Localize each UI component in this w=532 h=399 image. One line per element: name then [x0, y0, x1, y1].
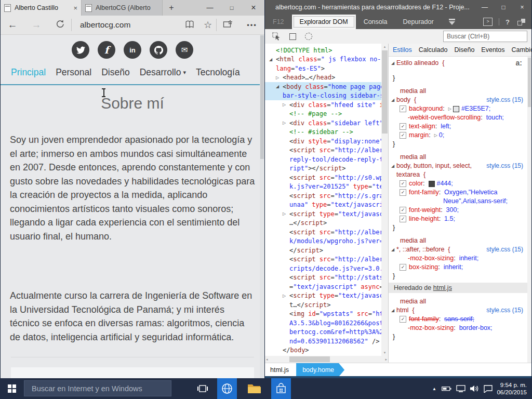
css-rule-selector[interactable]: ◢*, ::after, ::before {style.css (15): [389, 245, 531, 254]
dom-tree-line[interactable]: <script src="http://alber: [265, 228, 381, 237]
expanded-arrow-icon[interactable]: ◢: [391, 59, 396, 68]
dom-tree-line[interactable]: A3.5.3&blog=80162266&post: [265, 318, 381, 328]
forward-icon[interactable]: →: [24, 19, 48, 31]
css-property[interactable]: ✓font-family: Oxygen,"Helvetica: [389, 188, 531, 197]
property-checkbox[interactable]: ✓: [400, 216, 406, 222]
breadcrumb-item-html-js[interactable]: html.js: [265, 363, 294, 377]
property-checkbox[interactable]: ✓: [400, 105, 406, 112]
favorite-star-icon[interactable]: ☆: [200, 19, 216, 31]
linkedin-icon[interactable]: in: [124, 41, 141, 59]
task-view-button[interactable]: [193, 378, 212, 399]
dom-tree-line[interactable]: <div style="display:none": [265, 137, 381, 146]
github-icon[interactable]: [150, 41, 167, 59]
scroll-up-arrow[interactable]: ▴: [381, 44, 388, 50]
dom-tree-line[interactable]: nd=0.653901132068562" />: [265, 337, 381, 346]
stylesheet-link[interactable]: style.css (15): [486, 96, 523, 104]
network-icon[interactable]: [454, 378, 468, 399]
devtools-tab-consola[interactable]: Consola: [356, 15, 395, 29]
dom-tree-line[interactable]: ="text/javascript" async=: [265, 282, 381, 291]
dom-tree-line[interactable]: <!DOCTYPE html>: [265, 46, 381, 55]
styles-tab-cambios[interactable]: Cambios: [512, 46, 531, 54]
dom-tree-line[interactable]: <script src="http://alber: [265, 255, 381, 264]
styles-tab-estilos[interactable]: Estilos: [393, 46, 412, 54]
reading-view-icon[interactable]: [180, 19, 200, 31]
expanded-arrow-icon[interactable]: ◢: [391, 306, 396, 315]
devtools-tab-f12[interactable]: F12: [265, 15, 292, 29]
taskbar-search[interactable]: [24, 380, 171, 396]
dom-tree-line[interactable]: unaa" type="text/javascri: [265, 201, 381, 210]
css-property[interactable]: ✓font-family: sans-serif;: [389, 315, 531, 324]
collapsed-arrow-icon[interactable]: ▷: [283, 211, 289, 216]
dom-tree-line[interactable]: bertocg.com&ref=http%3A%2: [265, 328, 381, 337]
dom-tree-line[interactable]: ▷<script type="text/javasc: [265, 209, 381, 219]
scrollbar-thumb[interactable]: [289, 356, 330, 362]
dom-tree-line[interactable]: ◢<html class=" js flexbox no-t: [265, 55, 381, 64]
devtools-search-input[interactable]: [443, 31, 527, 42]
styles-tab-disen-o[interactable]: Diseño: [454, 46, 474, 54]
css-property[interactable]: ✓color: #444;: [389, 179, 531, 188]
expanded-arrow-icon[interactable]: ◢: [269, 57, 276, 62]
dom-tree-line[interactable]: k.js?ver=201525" type="te: [265, 182, 381, 192]
new-tab-button[interactable]: +: [163, 0, 180, 16]
expand-value-icon[interactable]: ▷: [434, 131, 437, 140]
dom-tree-line[interactable]: ▷<div class="sidebar left": [265, 118, 381, 128]
dom-tree-line[interactable]: <script src="http://s.gra: [265, 191, 381, 201]
dom-tree-line[interactable]: ript"></script>: [265, 164, 381, 174]
page-scrollbar[interactable]: [260, 35, 264, 378]
property-checkbox[interactable]: ✓: [400, 180, 406, 187]
dom-tree-line[interactable]: cripts/decode.js?ver=3.0.: [265, 264, 381, 273]
minimize-button[interactable]: —: [199, 0, 221, 16]
css-property[interactable]: -moz-box-sizing: inherit;: [389, 254, 531, 263]
dom-tree-line[interactable]: …</script>: [265, 219, 381, 228]
scroll-right-arrow[interactable]: ▸: [385, 356, 387, 363]
taskbar-search-input[interactable]: [24, 381, 171, 396]
nav-item-desarrollo[interactable]: Desarrollo▾: [140, 67, 186, 78]
email-icon[interactable]: ✉: [176, 41, 193, 59]
collapsed-arrow-icon[interactable]: ▷: [276, 75, 283, 80]
dom-tree-horizontal-scrollbar[interactable]: ◂ ▸: [265, 356, 388, 363]
volume-icon[interactable]: [468, 378, 481, 399]
dom-tree-line[interactable]: <!-- #sidebar -->: [265, 128, 381, 137]
refresh-circle-icon[interactable]: [304, 32, 313, 41]
css-property[interactable]: ✓font-weight: 300;: [389, 206, 531, 215]
edge-taskbar-button[interactable]: [217, 378, 237, 399]
nav-item-tecnologi-a[interactable]: Tecnología: [196, 67, 240, 78]
address-bar[interactable]: albertocg.com: [72, 20, 180, 30]
devtools-tab-explorador-dom[interactable]: Explorador DOM: [292, 15, 356, 29]
scrollbar-thumb[interactable]: [260, 35, 264, 159]
browser-tab[interactable]: Alberto Castillo×: [1, 0, 81, 16]
console-prompt-icon[interactable]: >: [483, 18, 493, 26]
nav-item-principal[interactable]: Principal: [11, 67, 46, 78]
scrollbar-thumb[interactable]: [528, 58, 531, 107]
devtools-tab-depurador[interactable]: Depurador: [395, 15, 442, 29]
twitter-icon[interactable]: [72, 41, 89, 59]
battery-icon[interactable]: [440, 378, 453, 399]
unpin-icon[interactable]: [517, 19, 525, 25]
dom-tree-line[interactable]: <script src="http://stats: [265, 273, 381, 283]
styles-scrollbar[interactable]: [527, 57, 531, 363]
scrollbar-thumb[interactable]: [382, 50, 388, 134]
minimize-button[interactable]: —: [475, 0, 494, 15]
collapsed-arrow-icon[interactable]: ▷: [283, 294, 289, 298]
dom-tree-line[interactable]: ◢<body class="home page page: [265, 82, 381, 91]
element-highlight-icon[interactable]: [288, 32, 297, 41]
more-tools-chevron-icon[interactable]: [449, 19, 455, 20]
help-icon[interactable]: ?: [506, 18, 510, 26]
property-checkbox[interactable]: ✓: [400, 189, 406, 196]
file-explorer-button[interactable]: [244, 378, 264, 399]
styles-tab-calculado[interactable]: Calculado: [419, 46, 448, 54]
dom-tree-line[interactable]: reply-tool/decode-reply-t: [265, 155, 381, 164]
back-icon[interactable]: ←: [1, 19, 24, 31]
dom-tree-line[interactable]: </body>: [265, 346, 381, 355]
dom-tree-line[interactable]: lang="es-ES">: [265, 64, 381, 73]
css-property[interactable]: ✓margin: ▷0;: [389, 131, 531, 140]
scroll-left-arrow[interactable]: ◂: [266, 356, 268, 363]
hub-icon[interactable]: [217, 19, 240, 31]
action-center-icon[interactable]: [481, 378, 495, 399]
expanded-arrow-icon[interactable]: ◢: [391, 96, 396, 104]
css-property[interactable]: -moz-box-sizing: border-box;: [389, 324, 531, 332]
show-hidden-icons-chevron[interactable]: ▲: [429, 378, 440, 399]
refresh-icon[interactable]: [48, 20, 71, 31]
dom-tree-line[interactable]: k/modules/wpgroho.js?ver=: [265, 237, 381, 246]
dom-tree-line[interactable]: ▷<div class="hfeed site" i: [265, 100, 381, 110]
